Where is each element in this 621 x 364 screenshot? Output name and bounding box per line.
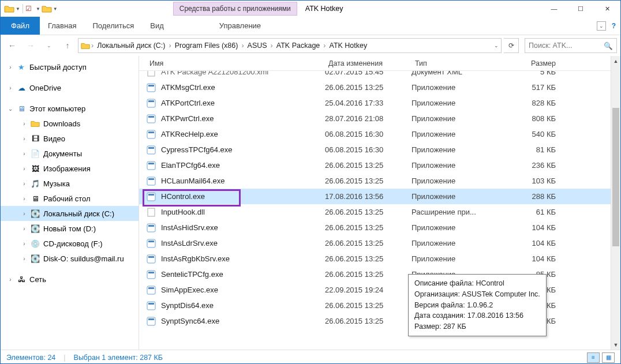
file-row[interactable]: SimAppExec.exe22.09.2015 19:24Приложение… — [139, 282, 620, 298]
chevron-right-icon[interactable]: › — [21, 256, 27, 262]
file-row[interactable]: ATKPwrCtrl.exe28.07.2016 21:08Приложение… — [139, 111, 620, 126]
sidebar-item-music[interactable]: ›🎵Музыка — [1, 176, 139, 191]
chevron-right-icon[interactable]: › — [21, 211, 27, 217]
details-view-button[interactable]: ≡ — [587, 352, 600, 363]
search-icon[interactable]: 🔍 — [604, 42, 613, 50]
sidebar-item-label: Документы — [43, 149, 82, 158]
file-row[interactable]: HControl.exe17.08.2016 13:56Приложение28… — [139, 189, 620, 204]
file-row[interactable]: InstAsLdrSrv.exe26.06.2015 13:25Приложен… — [139, 235, 620, 251]
breadcrumb-segment[interactable]: Program Files (x86) — [173, 42, 241, 50]
file-row[interactable]: SynptSync64.exe26.06.2015 13:25Приложени… — [139, 313, 620, 329]
sidebar-item-pictures[interactable]: ›🖼Изображения — [1, 161, 139, 176]
file-row[interactable]: CypressTPCfg64.exe06.08.2015 16:30Прилож… — [139, 142, 620, 157]
new-folder-icon[interactable] — [42, 5, 52, 13]
file-row[interactable]: InstAsRgbKbSrv.exe26.06.2015 13:25Прилож… — [139, 251, 620, 267]
dropdown-icon[interactable]: ▼ — [16, 6, 20, 12]
breadcrumb-segment[interactable]: Локальный диск (C:) — [95, 42, 167, 50]
file-icon — [146, 176, 156, 186]
maximize-button[interactable]: ☐ — [567, 1, 594, 17]
chevron-right-icon[interactable]: › — [240, 42, 245, 50]
file-row[interactable]: ATKRecHelp.exe06.08.2015 16:30Приложение… — [139, 126, 620, 142]
chevron-right-icon[interactable]: › — [21, 181, 27, 187]
ribbon-expand-icon[interactable]: ⌄ — [597, 21, 606, 31]
sidebar-item-videos[interactable]: ›🎞Видео — [1, 131, 139, 146]
sidebar-network[interactable]: › 🖧 Сеть — [1, 272, 139, 287]
column-date[interactable]: Дата изменения — [325, 59, 411, 67]
sidebar-item-documents[interactable]: ›📄Документы — [1, 146, 139, 161]
sidebar-item-desktop[interactable]: ›🖥Рабочий стол — [1, 191, 139, 206]
minimize-button[interactable]: — — [541, 1, 567, 17]
column-size[interactable]: Размер — [504, 59, 556, 67]
chevron-right-icon[interactable]: › — [8, 85, 13, 91]
sidebar-this-pc[interactable]: ⌄ 🖥 Этот компьютер — [1, 101, 139, 116]
tab-home[interactable]: Главная — [40, 17, 84, 35]
sidebar-onedrive[interactable]: › ☁ OneDrive — [1, 80, 139, 95]
file-name: ATKMsgCtrl.exe — [161, 83, 325, 92]
column-name[interactable]: Имя — [146, 59, 325, 67]
chevron-right-icon[interactable]: › — [21, 151, 27, 157]
breadcrumb-segment[interactable]: ATK Package — [274, 42, 323, 50]
chevron-right-icon[interactable]: › — [8, 276, 13, 283]
file-row[interactable]: ATKPortCtrl.exe25.04.2016 17:33Приложени… — [139, 95, 620, 111]
address-dropdown-icon[interactable]: ⌄ — [494, 43, 499, 48]
tab-view[interactable]: Вид — [142, 17, 172, 35]
address-bar[interactable]: › Локальный диск (C:) › Program Files (x… — [78, 38, 502, 53]
chevron-right-icon[interactable]: › — [21, 196, 27, 202]
sidebar-item-drive-d[interactable]: ›💽Новый том (D:) — [1, 221, 139, 236]
sidebar-item-downloads[interactable]: ›Downloads — [1, 116, 139, 131]
sidebar-quick-access[interactable]: › ★ Быстрый доступ — [1, 59, 139, 74]
dropdown-icon[interactable]: ▼ — [36, 6, 40, 12]
file-tooltip: Описание файла: HControl Организация: AS… — [408, 274, 547, 336]
separator — [23, 4, 23, 13]
close-button[interactable]: ✕ — [594, 1, 620, 17]
chevron-right-icon[interactable]: › — [21, 226, 27, 232]
tab-share[interactable]: Поделиться — [84, 17, 142, 35]
scrollbar-thumb[interactable] — [612, 108, 619, 246]
file-menu[interactable]: Файл — [1, 17, 40, 35]
chevron-right-icon[interactable]: › — [21, 121, 27, 127]
properties-icon[interactable]: ☑ — [25, 5, 35, 13]
file-row[interactable]: ATK Package A2212081200.xml02.07.2015 15… — [139, 71, 620, 80]
folder-icon[interactable] — [4, 5, 14, 13]
file-name: ATK Package A2212081200.xml — [161, 71, 325, 76]
file-row[interactable]: SynptDis64.exe26.06.2015 13:25Приложение… — [139, 298, 620, 313]
chevron-right-icon[interactable]: › — [90, 42, 95, 50]
documents-folder-icon: 📄 — [31, 149, 40, 158]
file-icon — [146, 145, 156, 155]
file-row[interactable]: InstAsHidSrv.exe26.06.2015 13:25Приложен… — [139, 220, 620, 235]
breadcrumb-segment[interactable]: ATK Hotkey — [327, 42, 369, 50]
chevron-down-icon[interactable]: ⌄ — [8, 106, 13, 112]
help-icon[interactable]: ? — [612, 22, 616, 30]
chevron-right-icon[interactable]: › — [270, 42, 274, 50]
file-row[interactable]: ElanTPCfg64.exe26.06.2015 13:25Приложени… — [139, 157, 620, 173]
scroll-up-icon[interactable]: ▲ — [611, 56, 620, 66]
sidebar-item-network-drive[interactable]: ›💽Disk-O: suildus@mail.ru — [1, 251, 139, 266]
file-row[interactable]: HCLaunMail64.exe26.06.2015 13:25Приложен… — [139, 173, 620, 189]
column-type[interactable]: Тип — [411, 59, 504, 67]
file-row[interactable]: SentelicTPCfg.exe26.06.2015 13:25Приложе… — [139, 267, 620, 282]
search-input[interactable]: Поиск: ATK... 🔍 — [525, 38, 617, 53]
sidebar-item-drive-c[interactable]: ›💽Локальный диск (C:) — [1, 206, 139, 221]
file-list[interactable]: ATK Package A2212081200.xml02.07.2015 15… — [139, 71, 620, 350]
qat-customize-icon[interactable]: ▼ — [53, 6, 58, 12]
sidebar-item-cd-drive[interactable]: ›💿CD-дисковод (F:) — [1, 236, 139, 251]
refresh-button[interactable]: ⟳ — [504, 38, 519, 53]
vertical-scrollbar[interactable]: ▲ ▼ — [611, 56, 620, 350]
chevron-right-icon[interactable]: › — [21, 166, 27, 172]
thumbnails-view-button[interactable]: ▦ — [602, 352, 615, 363]
file-row[interactable]: ATKMsgCtrl.exe26.06.2015 13:25Приложение… — [139, 80, 620, 95]
back-button[interactable]: ← — [4, 37, 20, 54]
chevron-right-icon[interactable]: › — [167, 42, 172, 50]
tooltip-description: Описание файла: HControl — [414, 278, 540, 289]
up-button[interactable]: ↑ — [59, 37, 76, 54]
chevron-right-icon[interactable]: › — [322, 42, 327, 50]
breadcrumb-segment[interactable]: ASUS — [245, 42, 270, 50]
scroll-down-icon[interactable]: ▼ — [611, 340, 620, 350]
chevron-right-icon[interactable]: › — [21, 241, 27, 247]
tab-manage[interactable]: Управление — [211, 17, 269, 35]
chevron-right-icon[interactable]: › — [8, 64, 13, 70]
recent-dropdown[interactable]: ⌄ — [41, 37, 57, 54]
chevron-right-icon[interactable]: › — [21, 136, 27, 142]
file-row[interactable]: InputHook.dll26.06.2015 13:25Расширение … — [139, 204, 620, 220]
forward-button[interactable]: → — [23, 37, 39, 54]
